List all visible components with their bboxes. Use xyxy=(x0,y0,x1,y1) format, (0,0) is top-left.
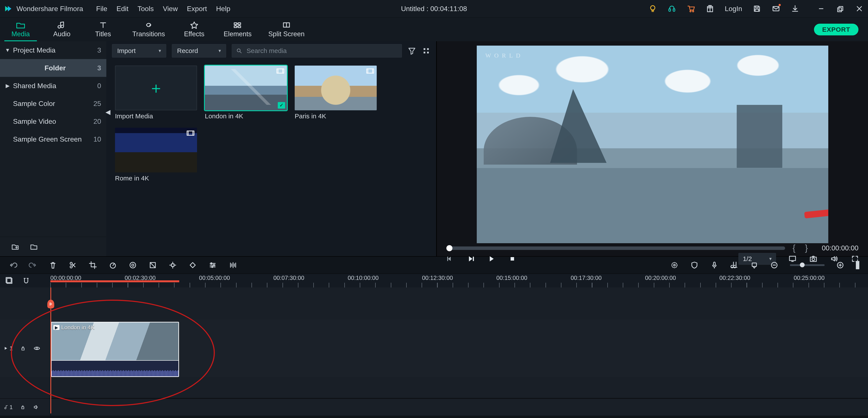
menu-help[interactable]: Help xyxy=(216,5,230,13)
video-track[interactable]: 1 ▶London in 4K xyxy=(0,320,868,378)
media-caption: London in 4K xyxy=(205,113,287,120)
media-item-rome[interactable]: Rome in 4K xyxy=(115,128,197,182)
media-item-paris[interactable]: Paris in 4K xyxy=(295,66,377,120)
preview-canvas[interactable]: W O R L D xyxy=(477,46,828,243)
play-pause-icon[interactable] xyxy=(466,255,475,263)
search-input[interactable] xyxy=(246,47,398,55)
keyframe-icon[interactable] xyxy=(188,261,197,269)
sidebar-item-folder[interactable]: Folder3 xyxy=(0,59,106,77)
speed-icon[interactable] xyxy=(108,261,117,269)
record-dropdown[interactable]: Record▾ xyxy=(172,44,226,58)
sidebar-item-project-media[interactable]: ▼Project Media3 xyxy=(0,41,106,59)
zoom-slider[interactable] xyxy=(790,264,825,266)
marker-icon[interactable] xyxy=(750,261,758,269)
menu-edit[interactable]: Edit xyxy=(117,5,128,13)
render-icon[interactable] xyxy=(670,261,679,269)
green-screen-icon[interactable] xyxy=(148,261,157,269)
svg-marker-41 xyxy=(448,257,451,261)
split-icon[interactable] xyxy=(69,261,77,269)
titlebar: Wondershare Filmora File Edit Tools View… xyxy=(0,0,868,18)
crop-icon[interactable] xyxy=(89,261,97,269)
support-icon[interactable] xyxy=(668,4,676,13)
tab-titles[interactable]: Titles xyxy=(83,18,124,41)
motion-tracking-icon[interactable] xyxy=(168,261,177,269)
window-minimize-icon[interactable] xyxy=(817,4,826,13)
tab-elements[interactable]: Elements xyxy=(215,18,260,41)
fullscreen-icon[interactable] xyxy=(850,255,859,263)
timeline-clip[interactable]: ▶London in 4K xyxy=(51,322,179,377)
filter-icon[interactable] xyxy=(407,47,416,55)
play-icon[interactable] xyxy=(487,255,496,263)
marker-shield-icon[interactable] xyxy=(690,261,699,269)
login-button[interactable]: LogIn xyxy=(725,5,742,13)
svg-rect-8 xyxy=(755,6,758,8)
display-icon[interactable] xyxy=(788,255,797,263)
menu-file[interactable]: File xyxy=(96,5,107,13)
ruler-label: 00:05:00:00 xyxy=(199,275,273,281)
window-restore-icon[interactable] xyxy=(836,4,844,13)
audio-mixer-icon[interactable] xyxy=(730,261,739,269)
cart-icon[interactable] xyxy=(687,4,695,13)
save-icon[interactable] xyxy=(752,4,761,13)
clip-type-icon xyxy=(366,68,375,74)
step-back-icon[interactable] xyxy=(445,255,454,263)
adjust-icon[interactable] xyxy=(208,261,217,269)
mark-in-icon[interactable]: { xyxy=(790,243,798,253)
ruler-label: 00:02:30:00 xyxy=(125,275,199,281)
media-item-london[interactable]: ✓ London in 4K xyxy=(205,66,287,120)
new-folder-icon[interactable] xyxy=(11,242,20,251)
grid-view-icon[interactable] xyxy=(422,47,431,55)
mute-icon[interactable] xyxy=(33,405,39,410)
menu-view[interactable]: View xyxy=(163,5,178,13)
eye-icon[interactable] xyxy=(33,346,40,351)
menu-export[interactable]: Export xyxy=(187,5,207,13)
tab-transitions[interactable]: Transitions xyxy=(124,18,174,41)
export-button[interactable]: EXPORT xyxy=(814,24,859,35)
zoom-out-icon[interactable] xyxy=(770,261,779,269)
sidebar-item-sample-video[interactable]: Sample Video20 xyxy=(0,113,106,130)
clip-type-icon xyxy=(276,68,285,74)
media-caption: Rome in 4K xyxy=(115,175,197,182)
tips-icon[interactable] xyxy=(648,4,657,13)
sidebar-item-sample-green-screen[interactable]: Sample Green Screen10 xyxy=(0,130,106,148)
timeline-options-icon[interactable] xyxy=(5,276,14,285)
open-folder-icon[interactable] xyxy=(30,242,38,251)
audio-track[interactable]: 1 xyxy=(0,398,868,416)
clip-title: London in 4K xyxy=(61,324,94,331)
mark-out-icon[interactable]: } xyxy=(803,243,810,253)
tab-audio[interactable]: Audio xyxy=(41,18,83,41)
audio-adjust-icon[interactable] xyxy=(228,261,237,269)
redo-icon[interactable] xyxy=(29,261,37,269)
playhead[interactable] xyxy=(50,288,51,413)
tab-effects[interactable]: Effects xyxy=(174,18,215,41)
zoom-in-icon[interactable] xyxy=(836,261,844,269)
menu-tools[interactable]: Tools xyxy=(137,5,154,13)
timeline-ruler[interactable]: 00:00:00:00 00:02:30:00 00:05:00:00 00:0… xyxy=(0,274,868,288)
sidebar-item-shared-media[interactable]: ▶Shared Media0 xyxy=(0,77,106,95)
sidebar-item-sample-color[interactable]: Sample Color25 xyxy=(0,95,106,113)
tab-split-screen[interactable]: Split Screen xyxy=(260,18,312,41)
voiceover-icon[interactable] xyxy=(710,261,719,269)
lock-icon[interactable] xyxy=(20,404,26,410)
media-import-cell[interactable]: ＋ Import Media xyxy=(115,66,197,120)
collapse-sidebar-icon[interactable]: ◀ xyxy=(105,108,111,116)
import-dropdown[interactable]: Import▾ xyxy=(112,44,166,58)
search-media-input[interactable] xyxy=(232,44,402,58)
window-close-icon[interactable] xyxy=(855,4,864,13)
undo-icon[interactable] xyxy=(9,261,18,269)
stop-icon[interactable] xyxy=(508,255,517,263)
timeline[interactable]: 1 ▶London in 4K 1 xyxy=(0,288,868,416)
message-icon[interactable] xyxy=(772,4,780,13)
color-icon[interactable] xyxy=(128,261,137,269)
delete-icon[interactable] xyxy=(49,261,57,269)
tab-media[interactable]: Media xyxy=(0,18,41,41)
lock-icon[interactable] xyxy=(20,345,26,351)
gift-icon[interactable] xyxy=(706,4,714,13)
download-icon[interactable] xyxy=(791,4,799,13)
main-area: ▼Project Media3 Folder3 ▶Shared Media0 S… xyxy=(0,41,868,256)
svg-point-49 xyxy=(812,258,815,261)
ruler-label: 00:25:00:00 xyxy=(794,275,868,281)
preview-scrubber[interactable] xyxy=(446,246,785,250)
snapshot-icon[interactable] xyxy=(809,255,818,263)
magnet-icon[interactable] xyxy=(22,276,30,285)
